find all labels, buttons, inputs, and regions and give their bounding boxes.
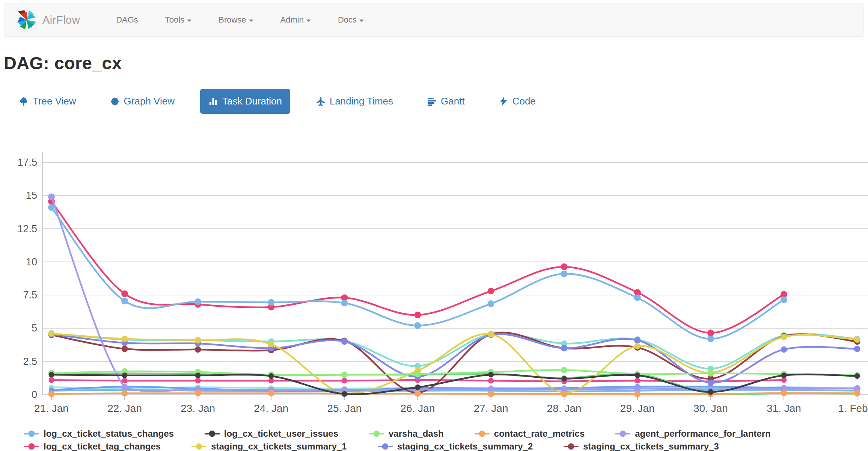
data-point-marker [121, 384, 128, 391]
data-point-marker [121, 291, 128, 297]
graph-icon [110, 97, 120, 106]
data-point-marker [707, 370, 714, 377]
series-line [51, 197, 857, 392]
tab-tree-view[interactable]: Tree View [11, 89, 84, 114]
data-point-marker [854, 390, 860, 397]
bolt-icon [499, 97, 508, 106]
data-point-marker [195, 372, 201, 378]
legend-item-staging_cx_tickets_summary_2[interactable]: staging_cx_tickets_summary_2 [377, 441, 533, 451]
data-point-marker [341, 300, 348, 306]
data-point-marker [781, 390, 787, 396]
data-point-marker [781, 346, 787, 353]
legend-item-log_cx_ticket_tag_changes[interactable]: log_cx_ticket_tag_changes [23, 441, 161, 451]
tab-graph-view[interactable]: Graph View [102, 89, 183, 114]
nav-item-label: Admin [280, 15, 304, 25]
data-point-marker [707, 380, 714, 386]
data-point-marker [488, 300, 494, 307]
x-axis-tick-label: 1. Feb [838, 403, 868, 414]
data-point-marker [561, 345, 567, 351]
data-point-marker [414, 322, 421, 329]
nav-item-label: Browse [219, 15, 246, 25]
data-point-marker [415, 384, 420, 390]
data-point-marker [48, 330, 55, 337]
legend-item-staging_cx_tickets_summary_1[interactable]: staging_cx_tickets_summary_1 [191, 441, 347, 451]
data-point-marker [708, 389, 713, 395]
x-axis-tick-label: 30. Jan [693, 403, 728, 414]
tab-label: Landing Times [330, 95, 393, 107]
data-point-marker [122, 372, 128, 378]
data-point-marker [488, 378, 494, 383]
data-point-marker [781, 296, 787, 303]
legend-item-agent_performance_for_lantern[interactable]: agent_performance_for_lantern [615, 428, 770, 439]
legend-label: staging_cx_tickets_summary_3 [583, 441, 719, 451]
data-point-marker [854, 346, 860, 352]
legend-item-log_cx_ticket_status_changes[interactable]: log_cx_ticket_status_changes [23, 428, 174, 439]
data-point-marker [121, 298, 128, 304]
x-axis-tick-label: 31. Jan [767, 403, 801, 414]
x-axis-tick-label: 29. Jan [620, 403, 655, 414]
y-axis-tick-label: 0 [32, 389, 37, 400]
y-axis-tick-label: 12.5 [17, 223, 37, 235]
data-point-marker [341, 372, 348, 378]
tab-landing-times[interactable]: Landing Times [307, 89, 401, 114]
airflow-brand[interactable]: AirFlow [15, 8, 80, 32]
airflow-pinwheel-logo [15, 8, 39, 32]
legend-label: staging_cx_tickets_summary_2 [397, 441, 533, 451]
tree-icon [19, 97, 29, 106]
legend-item-contact_rate_metrics[interactable]: contact_rate_metrics [474, 428, 585, 439]
nav-item-dags[interactable]: DAGs [102, 3, 152, 37]
bar-chart-icon [208, 97, 218, 106]
legend-marker-icon [23, 429, 40, 438]
chevron-down-icon [359, 20, 364, 22]
nav-item-docs[interactable]: Docs [324, 3, 377, 37]
legend-item-varsha_dash[interactable]: varsha_dash [368, 428, 444, 439]
plane-icon [316, 97, 326, 106]
data-point-marker [561, 367, 567, 373]
x-axis-tick-label: 25. Jan [327, 403, 362, 414]
legend-label: staging_cx_tickets_summary_1 [211, 441, 347, 451]
y-axis-tick-label: 2.5 [23, 356, 37, 367]
series-line [51, 393, 857, 394]
data-point-marker [488, 288, 494, 295]
data-point-marker [561, 391, 567, 397]
nav-item-label: Tools [165, 15, 184, 25]
series-log_cx_ticket_tag_changes [48, 198, 787, 336]
series-agent_performance_for_lantern [48, 194, 860, 393]
y-axis-tick-label: 10 [26, 256, 37, 268]
data-point-marker [781, 334, 787, 340]
data-point-marker [561, 376, 567, 381]
nav-item-tools[interactable]: Tools [152, 3, 205, 37]
data-point-marker [342, 391, 347, 397]
legend-marker-icon [204, 429, 220, 438]
data-point-marker [854, 373, 860, 379]
nav-item-browse[interactable]: Browse [205, 3, 267, 37]
nav-item-admin[interactable]: Admin [267, 3, 324, 37]
data-point-marker [561, 271, 568, 277]
legend-marker-icon [368, 429, 385, 438]
tab-label: Graph View [124, 95, 175, 107]
tab-code[interactable]: Code [490, 89, 544, 114]
data-point-marker [854, 336, 860, 343]
legend-item-staging_cx_tickets_summary_3[interactable]: staging_cx_tickets_summary_3 [563, 441, 719, 451]
data-point-marker [342, 378, 347, 383]
data-point-marker [634, 372, 640, 378]
y-axis-tick-label: 17.5 [17, 157, 37, 168]
x-axis-tick-label: 28. Jan [547, 403, 582, 414]
data-point-marker [122, 390, 128, 397]
series-log_cx_ticket_status_changes [48, 204, 787, 342]
navbar-menu: DAGsToolsBrowseAdminDocs [102, 3, 377, 37]
data-point-marker [414, 312, 421, 318]
tab-task-duration[interactable]: Task Duration [200, 89, 290, 114]
legend-label: varsha_dash [389, 428, 444, 439]
legend-item-log_cx_ticket_user_issues[interactable]: log_cx_ticket_user_issues [204, 428, 338, 439]
data-point-marker [195, 337, 201, 344]
data-point-marker [634, 343, 640, 350]
view-tabs: Tree ViewGraph ViewTask DurationLanding … [11, 89, 544, 114]
series-line [51, 207, 784, 339]
tab-label: Tree View [33, 95, 76, 107]
data-point-marker [707, 336, 714, 342]
data-point-marker [268, 390, 274, 397]
tab-label: Task Duration [222, 95, 282, 107]
chevron-down-icon [187, 20, 191, 22]
tab-gantt[interactable]: Gantt [419, 89, 473, 114]
